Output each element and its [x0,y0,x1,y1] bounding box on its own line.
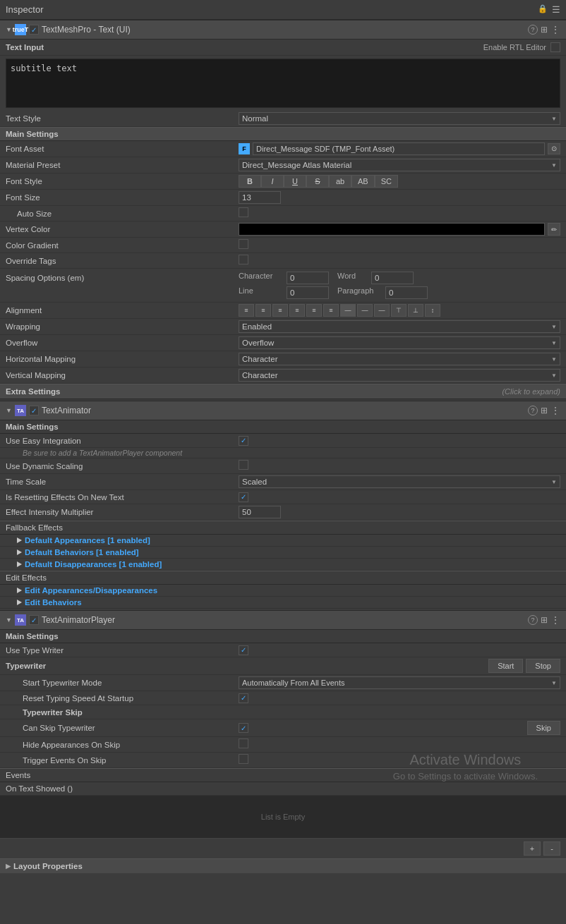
color-gradient-check[interactable] [239,239,248,249]
extra-settings-hint: (Click to expand) [502,387,560,396]
spacing-para-input[interactable] [385,286,428,299]
skip-button[interactable]: Skip [527,721,560,735]
align-center[interactable]: ≡ [255,304,271,317]
align-top[interactable]: ⊤ [391,304,407,317]
can-skip-check[interactable]: ✓ [239,723,248,733]
default-appearances-item[interactable]: Default Appearances [1 enabled] [0,535,566,547]
hide-appearances-row: Hide Appearances On Skip [0,737,566,753]
font-style-sc[interactable]: SC [375,175,398,188]
lock-icon[interactable]: 🔒 [538,4,548,15]
vertex-color-swatch[interactable] [239,223,545,236]
help-icon-tmp[interactable]: ? [528,25,538,35]
spacing-word-input[interactable] [371,272,414,284]
effect-intensity-input[interactable] [239,506,281,518]
font-style-italic[interactable]: I [261,175,284,188]
help-icon-tap[interactable]: ? [528,615,538,625]
use-type-writer-label: Use Type Writer [6,646,239,655]
align-bottom[interactable]: ⊥ [408,304,423,317]
overflow-display[interactable]: Overflow ▼ [239,336,560,349]
font-asset-select-btn[interactable]: ⊙ [548,143,560,154]
start-typewriter-mode-dropdown[interactable]: Automatically From All Events ▼ [239,676,560,689]
override-tags-check[interactable] [239,255,248,265]
spacing-line-para: Line Paragraph [239,286,560,299]
rtl-checkbox[interactable] [550,42,560,52]
align-justify3[interactable]: ≡ [323,304,339,317]
edit-appearances-item[interactable]: Edit Appearances/Disappearances [0,585,566,597]
align-left[interactable]: ≡ [239,304,254,317]
settings-icon-tmp[interactable]: ⊞ [541,25,548,35]
reset-typing-speed-check[interactable]: ✓ [239,693,248,703]
align-justify[interactable]: ≡ [289,304,305,317]
help-icon-ta[interactable]: ? [528,406,538,415]
stop-button[interactable]: Stop [526,659,560,673]
start-typewriter-mode-display[interactable]: Automatically From All Events ▼ [239,676,560,689]
align-middle[interactable]: ↕ [425,304,440,317]
default-disappearances-item[interactable]: Default Disappearances [1 enabled] [0,559,566,571]
material-preset-label: Material Preset [6,161,239,169]
text-input-field[interactable] [6,59,560,108]
overflow-dropdown[interactable]: Overflow ▼ [239,336,560,349]
trigger-events-check[interactable] [239,754,248,764]
settings-icon-ta[interactable]: ⊞ [541,406,548,415]
h-mapping-arrow: ▼ [551,356,557,363]
effect-intensity-label: Effect Intensity Multiplier [6,508,239,516]
spacing-char-input[interactable] [287,272,329,284]
collapse-arrow-ta[interactable]: ▼ [6,407,12,414]
font-asset-dropdown[interactable]: Direct_Message SDF (TMP_Font Asset) [253,142,545,155]
more-icon-tmp[interactable]: ⋮ [550,24,560,35]
material-preset-dropdown[interactable]: Direct_Message Atlas Material ▼ [239,159,560,171]
more-icon-ta[interactable]: ⋮ [550,405,560,416]
hide-appearances-check[interactable] [239,738,248,748]
use-type-writer-checkbox: ✓ [239,645,560,655]
extra-settings-row[interactable]: Extra Settings (Click to expand) [0,384,566,399]
time-scale-dropdown[interactable]: Scaled ▼ [239,475,560,488]
v-mapping-display[interactable]: Character ▼ [239,369,560,382]
align-vert-center[interactable]: — [357,304,373,317]
spacing-line-input[interactable] [287,286,329,299]
edit-behaviors-item[interactable]: Edit Behaviors [0,597,566,609]
wrapping-dropdown[interactable]: Enabled ▼ [239,320,560,333]
more-icon-tap[interactable]: ⋮ [550,614,560,626]
h-mapping-display[interactable]: Character ▼ [239,353,560,365]
material-preset-display[interactable]: Direct_Message Atlas Material ▼ [239,159,560,171]
v-mapping-dropdown[interactable]: Character ▼ [239,369,560,382]
collapse-arrow-tmp[interactable]: ▼ [6,26,12,33]
use-easy-integration-check[interactable]: ✓ [239,436,248,446]
text-style-dropdown-display[interactable]: Normal ▼ [239,112,560,125]
h-mapping-dropdown[interactable]: Character ▼ [239,353,560,365]
vertex-color-row: Vertex Color ✏ [0,221,566,238]
font-style-lower[interactable]: ab [329,175,351,188]
checkbox-ta-enabled[interactable]: ✓ [29,406,39,415]
use-dynamic-scaling-check[interactable] [239,460,248,470]
text-style-dropdown[interactable]: Normal ▼ [239,112,560,125]
events-add-btn[interactable]: + [524,841,541,856]
settings-icon-tap[interactable]: ⊞ [541,615,548,625]
events-remove-btn[interactable]: - [543,841,560,856]
start-button[interactable]: Start [488,659,523,673]
collapse-arrow-layout[interactable]: ▶ [6,863,11,870]
default-behaviors-item[interactable]: Default Behaviors [1 enabled] [0,547,566,559]
menu-icon[interactable]: ☰ [552,4,560,15]
triangle-behaviors [17,549,22,555]
align-vert-right[interactable]: — [374,304,390,317]
font-size-value [239,191,560,204]
wrapping-display[interactable]: Enabled ▼ [239,320,560,333]
align-right[interactable]: ≡ [272,304,288,317]
align-vert-left[interactable]: — [340,304,356,317]
checkbox-tap-enabled[interactable]: ✓ [29,615,39,625]
time-scale-display[interactable]: Scaled ▼ [239,475,560,488]
font-style-upper[interactable]: AB [351,175,375,188]
align-justify2[interactable]: ≡ [306,304,322,317]
font-style-bold[interactable]: B [239,175,261,188]
auto-size-check[interactable] [239,207,248,217]
is-resetting-check[interactable]: ✓ [239,492,248,502]
color-picker-icon[interactable]: ✏ [548,223,560,236]
can-skip-inner: ✓ Skip [239,721,560,735]
collapse-arrow-tap[interactable]: ▼ [6,616,12,624]
checkbox-tmp-enabled[interactable]: ✓ [29,25,39,35]
font-style-strike[interactable]: S [306,175,329,188]
font-style-underline[interactable]: U [284,175,306,188]
font-size-input[interactable] [239,191,281,204]
font-size-row: Font Size [0,190,566,206]
use-type-writer-check[interactable]: ✓ [239,645,248,655]
